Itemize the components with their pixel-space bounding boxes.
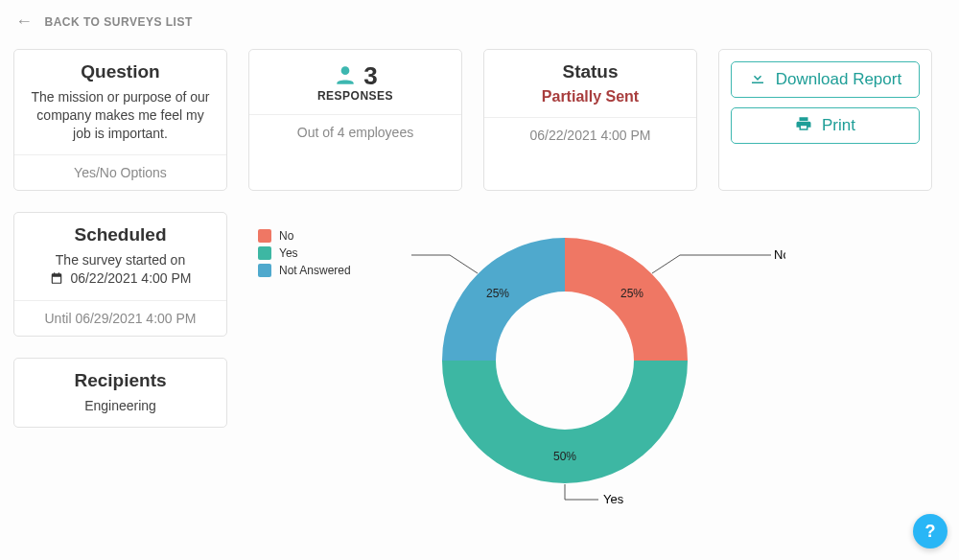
person-icon [333,62,358,91]
slice-label-no: No [774,247,785,262]
recipients-card: Recipients Engineering [13,358,227,428]
arrow-left-icon: ← [15,12,34,32]
scheduled-heading: Scheduled [28,224,213,245]
download-icon [749,69,766,91]
question-heading: Question [28,61,213,82]
chart-legend: No Yes Not Answered [258,229,351,281]
pct-not-answered: 25% [486,287,509,300]
print-label: Print [822,116,855,135]
pct-no: 25% [620,287,643,300]
legend-item-yes: Yes [258,246,351,260]
legend-label: No [279,229,293,243]
back-to-surveys-link[interactable]: ← BACK TO SURVEYS LIST [0,0,959,43]
legend-swatch [258,246,271,260]
legend-item-no: No [258,229,351,243]
status-value: Partially Sent [498,88,683,105]
legend-swatch [258,264,271,277]
help-button[interactable]: ? [913,514,947,548]
svg-point-0 [341,66,350,75]
back-link-label: BACK TO SURVEYS LIST [45,15,193,29]
responses-label: RESPONSES [263,89,448,103]
calendar-icon [50,271,63,290]
status-heading: Status [498,61,683,82]
chart-area: No Yes Not Answered [248,212,946,528]
scheduled-start-date-row: 06/22/2021 4:00 PM [28,269,213,290]
recipients-heading: Recipients [28,370,213,391]
scheduled-card: Scheduled The survey started on 06/22/20… [13,212,227,338]
legend-label: Not Answered [279,264,351,277]
scheduled-footer: Until 06/29/2021 4:00 PM [14,300,226,336]
legend-swatch [258,229,271,243]
responses-count: 3 [363,61,377,91]
status-footer: 06/22/2021 4:00 PM [484,117,696,152]
actions-card: Download Report Print [718,49,932,191]
scheduled-started: The survey started on [28,251,213,269]
summary-row: Question The mission or purpose of our c… [0,49,959,191]
legend-label: Yes [279,246,298,260]
slice-label-yes: Yes [603,492,624,506]
print-button[interactable]: Print [731,107,920,144]
print-icon [795,115,812,137]
question-footer: Yes/No Options [14,154,226,190]
responses-card: 3 RESPONSES Out of 4 employees [248,49,462,191]
responses-footer: Out of 4 employees [249,114,461,150]
status-card: Status Partially Sent 06/22/2021 4:00 PM [483,49,697,191]
help-icon: ? [925,522,936,542]
scheduled-start-date: 06/22/2021 4:00 PM [70,270,191,286]
download-report-label: Download Report [776,70,901,89]
recipients-value: Engineering [28,397,213,415]
lower-row: Scheduled The survey started on 06/22/20… [0,212,959,528]
legend-item-not-answered: Not Answered [258,264,351,277]
question-text: The mission or purpose of our company ma… [28,88,213,143]
donut-chart: 25% 50% 25% No Yes Not Answered [411,207,718,527]
pct-yes: 50% [553,450,576,463]
download-report-button[interactable]: Download Report [731,61,920,98]
question-card: Question The mission or purpose of our c… [13,49,227,191]
side-column: Scheduled The survey started on 06/22/20… [13,212,227,429]
